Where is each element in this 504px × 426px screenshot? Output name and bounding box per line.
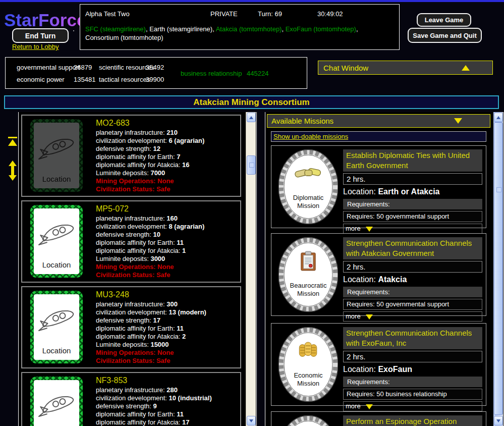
player-name: ExoFaun (tomtomhotep)	[286, 25, 356, 33]
jump-to-top-icon[interactable]	[8, 137, 17, 146]
location-stat-row: civilization development: 13 (modern)	[96, 308, 237, 316]
chevron-down-icon	[366, 404, 373, 409]
mission-title: Establish Diplomatic Ties with United Ea…	[343, 149, 482, 172]
stat-label: Civilization Status:	[96, 271, 156, 279]
game-info-box: Alpha Test Two PRIVATE Turn: 69 30:49:02…	[80, 4, 400, 50]
stat-label: Luminite deposits:	[96, 169, 150, 177]
location-stat-row: diplomatic affinity for Atakcia: 16	[96, 161, 237, 169]
scrollbar-thumb[interactable]	[494, 122, 503, 415]
stat-label: diplomatic affinity for Earth:	[96, 239, 177, 246]
chat-window-header[interactable]: Chat Window	[318, 61, 493, 75]
missions-panel: Available Missions Show un-doable missio…	[265, 112, 504, 426]
mission-title: Strengthen Communication Channels with A…	[343, 237, 482, 259]
mission-card-body: Perform an Espionage OperationLocation: …	[343, 415, 482, 426]
chevron-up-icon	[249, 116, 253, 119]
scrollbar-thumb[interactable]	[247, 155, 256, 175]
mission-more-button[interactable]: more	[343, 224, 482, 234]
game-clock: 30:49:02	[317, 10, 343, 18]
stat-label: civilization development:	[96, 223, 169, 230]
mission-card[interactable]: Diplomatic MissionEstablish Diplomatic T…	[271, 145, 486, 228]
top-border-strip	[0, 0, 504, 2]
stat-label: defensive strength:	[96, 145, 153, 152]
stat-value: 135481	[74, 76, 95, 83]
return-to-lobby-link[interactable]: Return to Lobby	[12, 43, 59, 50]
collapse-up-icon[interactable]	[462, 65, 470, 71]
scroll-down-button[interactable]	[247, 416, 256, 425]
location-stat-row: diplomatic affinity for Earth: 11	[96, 410, 237, 418]
resize-updown-icon[interactable]	[9, 161, 17, 181]
starforce-logo: StarForce	[4, 10, 80, 30]
chevron-down-icon	[496, 419, 500, 422]
mission-card[interactable]: Beaurocratic MissionStrengthen Communica…	[271, 233, 486, 316]
stat-label: planetary infrastructure:	[96, 300, 166, 308]
mission-requirement: Requires: 50 governmental support	[343, 299, 482, 310]
business-relationship-value: 445224	[247, 70, 268, 77]
save-game-quit-button[interactable]: Save Game and Quit	[408, 28, 482, 43]
scroll-down-button[interactable]	[494, 416, 503, 425]
mission-requirements-header: Requirements:	[343, 199, 482, 209]
chevron-down-icon	[366, 314, 373, 320]
mission-duration: 2 hrs.	[343, 351, 482, 362]
mission-requirement: Requires: 50 business relationship	[343, 389, 482, 400]
collapse-down-icon[interactable]	[454, 118, 462, 124]
stat-value: 210	[166, 129, 178, 136]
location-stat-row: diplomatic affinity for Atakcia: 1	[96, 247, 237, 255]
location-card[interactable]: LocationMO2-683planetary infrastructure:…	[21, 115, 241, 197]
mission-location-label: Location:	[343, 187, 378, 196]
clipboard-icon	[278, 250, 338, 272]
location-stat-row: Civilization Status: Safe	[96, 185, 237, 193]
locations-scrollbar[interactable]	[246, 112, 256, 426]
stat-label: governmental support	[17, 64, 80, 71]
mission-more-button[interactable]: more	[343, 401, 482, 411]
mission-card[interactable]: Economic MissionStrengthen Communication…	[271, 323, 486, 406]
mission-badge: Diplomatic Mission	[278, 149, 338, 225]
mission-location: Location: ExoFaun	[343, 364, 482, 375]
location-art-label: Location	[34, 346, 79, 355]
player-name: Consortium (tomtomhotep)	[85, 34, 163, 41]
stat-value: 12	[153, 145, 160, 152]
location-card-title: MU3-248	[96, 290, 237, 300]
show-undoable-missions-link[interactable]: Show un-doable missions	[271, 131, 486, 142]
location-stat-row: planetary infrastructure: 160	[96, 215, 237, 223]
player-name: Atakcia (tomtomhotep)	[216, 25, 282, 33]
location-art-label: Location	[34, 175, 79, 183]
location-card-title: MO2-683	[96, 119, 237, 129]
page-title: Atakcian Mining Consortium	[4, 95, 499, 109]
missions-scrollbar[interactable]	[493, 112, 503, 426]
scroll-up-button[interactable]	[494, 113, 503, 122]
stat-label: diplomatic affinity for Atakcia:	[96, 418, 182, 426]
stat-value: 10	[153, 231, 160, 238]
mission-badge-label: Beaurocratic Mission	[286, 282, 331, 298]
end-turn-button[interactable]: End Turn	[12, 28, 69, 43]
coins-icon	[278, 340, 338, 360]
location-card[interactable]: LocationMU3-248planetary infrastructure:…	[21, 286, 241, 368]
stat-value: 9	[153, 402, 156, 410]
stat-label: economic power	[17, 76, 65, 83]
mission-more-button[interactable]: more	[343, 311, 482, 322]
location-stat-row: Mining Operations: None	[96, 349, 237, 357]
stat-value: 1	[182, 247, 186, 254]
location-stat-row: Luminite deposits: 7000	[96, 169, 237, 177]
scroll-up-button[interactable]	[247, 113, 256, 122]
stat-value: 16	[182, 161, 189, 169]
business-relationship-label: business relationship	[181, 70, 242, 77]
location-card[interactable]: LocationMP5-072planetary infrastructure:…	[21, 200, 241, 283]
mission-badge: Economic Mission	[278, 327, 338, 402]
location-stat-row: Civilization Status: Safe	[96, 271, 237, 279]
location-stat-row: Luminite deposits: 3000	[96, 255, 237, 263]
location-card[interactable]: LocationNF3-853planetary infrastructure:…	[21, 372, 241, 426]
location-stat-row: defensive strength: 12	[96, 145, 237, 153]
mission-requirements-header: Requirements:	[343, 377, 482, 387]
location-stat-row: Mining Operations: None	[96, 263, 237, 271]
stat-label: Civilization Status:	[96, 357, 156, 364]
available-missions-header[interactable]: Available Missions	[267, 114, 490, 128]
location-stat-row: defensive strength: 10	[96, 231, 237, 239]
leave-game-button[interactable]: Leave Game	[417, 13, 471, 27]
stat-value: None	[157, 177, 174, 185]
location-stat-row: Luminite deposits: 15000	[96, 341, 237, 349]
available-missions-title: Available Missions	[271, 117, 333, 125]
mission-card[interactable]: Perform an Espionage OperationLocation: …	[271, 411, 486, 426]
mission-location-label: Location:	[343, 275, 378, 284]
player-name: ,	[282, 25, 285, 33]
stat-value: 15000	[150, 341, 169, 348]
